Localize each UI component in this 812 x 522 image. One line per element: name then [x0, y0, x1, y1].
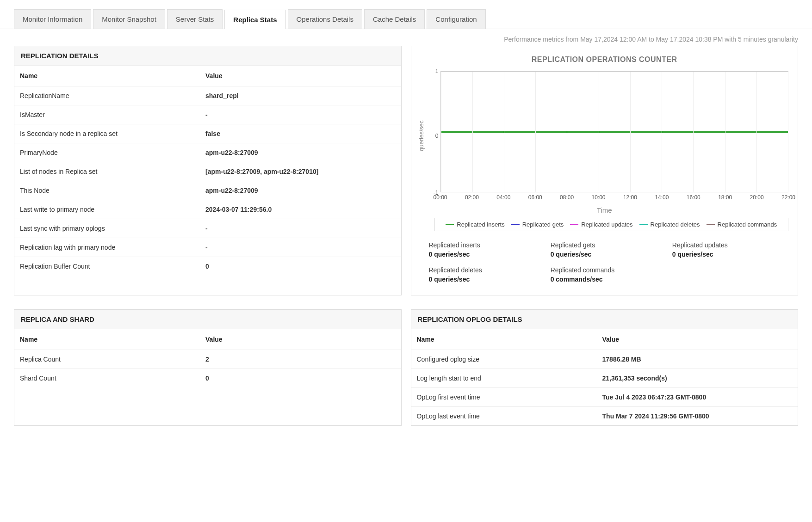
- ytick: 0: [427, 133, 439, 139]
- cell-value: -: [200, 219, 401, 238]
- summary-value: 0 queries/sec: [429, 276, 537, 283]
- cell-name: Replication Buffer Count: [14, 257, 200, 276]
- ytick: 1: [427, 68, 439, 74]
- legend-swatch: [707, 224, 715, 225]
- gridline: [725, 72, 725, 192]
- replication-ops-chart-panel: REPLICATION OPERATIONS COUNTER queries/s…: [411, 46, 799, 295]
- xtick: 18:00: [718, 194, 732, 201]
- summary-item: Replicated inserts0 queries/sec: [429, 241, 537, 258]
- summary-value: 0 commands/sec: [551, 276, 658, 283]
- tab-monitor-snapshot[interactable]: Monitor Snapshot: [93, 9, 165, 29]
- col-name: Name: [411, 329, 597, 350]
- cell-name: OpLog first event time: [411, 388, 597, 407]
- gridline: [630, 72, 631, 192]
- legend-swatch: [639, 224, 648, 225]
- xtick: 14:00: [655, 194, 669, 201]
- legend-item[interactable]: Replicated inserts: [446, 221, 504, 228]
- metrics-range-text: Performance metrics from May 17,2024 12:…: [0, 29, 812, 46]
- table-row: OpLog last event timeThu Mar 7 2024 11:2…: [411, 407, 798, 426]
- oplog-details-panel: REPLICATION OPLOG DETAILS Name Value Con…: [411, 309, 799, 426]
- legend-label: Replicated inserts: [457, 221, 504, 228]
- cell-name: PrimaryNode: [14, 143, 200, 162]
- table-row: Configured oplog size17886.28 MB: [411, 350, 798, 369]
- gridline: [693, 72, 694, 192]
- xtick: 00:00: [433, 194, 447, 201]
- xtick: 20:00: [750, 194, 764, 201]
- gridline: [441, 72, 441, 192]
- cell-name: IsMaster: [14, 105, 200, 124]
- col-value: Value: [200, 329, 401, 350]
- summary-label: Replicated deletes: [429, 266, 537, 274]
- replica-shard-table: Name Value Replica Count2Shard Count0: [14, 329, 401, 387]
- table-row: Replication Buffer Count0: [14, 257, 401, 276]
- chart-legend: Replicated insertsReplicated getsReplica…: [434, 218, 789, 231]
- legend-item[interactable]: Replicated updates: [570, 221, 632, 228]
- col-name: Name: [14, 66, 200, 86]
- tab-bar: Monitor InformationMonitor SnapshotServe…: [0, 0, 812, 29]
- cell-value: 0: [200, 369, 401, 388]
- xtick: 02:00: [465, 194, 479, 201]
- cell-name: Last write to primary node: [14, 200, 200, 219]
- summary-label: Replicated commands: [551, 266, 658, 274]
- panel-title: REPLICA AND SHARD: [14, 310, 401, 329]
- plot-region: [440, 71, 789, 192]
- cell-value: 2024-03-07 11:29:56.0: [200, 200, 401, 219]
- cell-name: Replica Count: [14, 350, 200, 369]
- table-row: Shard Count0: [14, 369, 401, 388]
- table-row: This Nodeapm-u22-8:27009: [14, 181, 401, 200]
- cell-value: 17886.28 MB: [597, 350, 798, 369]
- cell-value: 21,361,353 second(s): [597, 369, 798, 388]
- col-name: Name: [14, 329, 200, 350]
- table-row: Is Secondary node in a replica setfalse: [14, 124, 401, 143]
- gridline: [567, 72, 567, 192]
- cell-name: Configured oplog size: [411, 350, 597, 369]
- cell-value: -: [200, 238, 401, 257]
- tab-operations-details[interactable]: Operations Details: [288, 9, 362, 29]
- xtick: 08:00: [560, 194, 574, 201]
- panel-title: REPLICATION DETAILS: [14, 46, 401, 66]
- cell-name: Last sync with primary oplogs: [14, 219, 200, 238]
- cell-name: This Node: [14, 181, 200, 200]
- summary-value: 0 queries/sec: [429, 251, 537, 258]
- legend-label: Replicated updates: [581, 221, 632, 228]
- chart-summary: Replicated inserts0 queries/secReplicate…: [416, 231, 793, 286]
- gridline: [599, 72, 599, 192]
- cell-name: Is Secondary node in a replica set: [14, 124, 200, 143]
- col-value: Value: [200, 66, 401, 86]
- legend-label: Replicated deletes: [651, 221, 700, 228]
- table-row: Replica Count2: [14, 350, 401, 369]
- summary-item: Replicated commands0 commands/sec: [551, 266, 658, 283]
- cell-value: [apm-u22-8:27009, apm-u22-8:27010]: [200, 162, 401, 181]
- tab-cache-details[interactable]: Cache Details: [364, 9, 425, 29]
- chart-area[interactable]: 1 0 -1 00:0002:0004:0006:0008:0010:0012:…: [427, 67, 789, 205]
- table-row: IsMaster-: [14, 105, 401, 124]
- col-value: Value: [597, 329, 798, 350]
- xtick: 12:00: [623, 194, 637, 201]
- cell-name: Shard Count: [14, 369, 200, 388]
- table-row: List of nodes in Replica set[apm-u22-8:2…: [14, 162, 401, 181]
- cell-value: Thu Mar 7 2024 11:29:56 GMT-0800: [597, 407, 798, 426]
- summary-item: Replicated updates0 queries/sec: [672, 241, 780, 258]
- gridline: [662, 72, 662, 192]
- xtick: 04:00: [496, 194, 510, 201]
- tab-replica-stats[interactable]: Replica Stats: [224, 10, 285, 29]
- chart-title: REPLICATION OPERATIONS COUNTER: [416, 55, 793, 64]
- cell-value: -: [200, 105, 401, 124]
- tab-configuration[interactable]: Configuration: [427, 9, 485, 29]
- cell-value: apm-u22-8:27009: [200, 181, 401, 200]
- gridline: [788, 72, 788, 192]
- table-row: OpLog first event timeTue Jul 4 2023 06:…: [411, 388, 798, 407]
- x-axis-label: Time: [416, 206, 793, 214]
- cell-value: Tue Jul 4 2023 06:47:23 GMT-0800: [597, 388, 798, 407]
- legend-item[interactable]: Replicated commands: [707, 221, 777, 228]
- gridline: [535, 72, 536, 192]
- cell-name: Log length start to end: [411, 369, 597, 388]
- tab-server-stats[interactable]: Server Stats: [167, 9, 223, 29]
- legend-swatch: [511, 224, 520, 225]
- summary-label: Replicated gets: [551, 241, 658, 249]
- legend-item[interactable]: Replicated gets: [511, 221, 564, 228]
- xtick: 06:00: [528, 194, 542, 201]
- y-axis-label: queries/sec: [416, 67, 427, 205]
- legend-item[interactable]: Replicated deletes: [639, 221, 700, 228]
- tab-monitor-information[interactable]: Monitor Information: [14, 9, 91, 29]
